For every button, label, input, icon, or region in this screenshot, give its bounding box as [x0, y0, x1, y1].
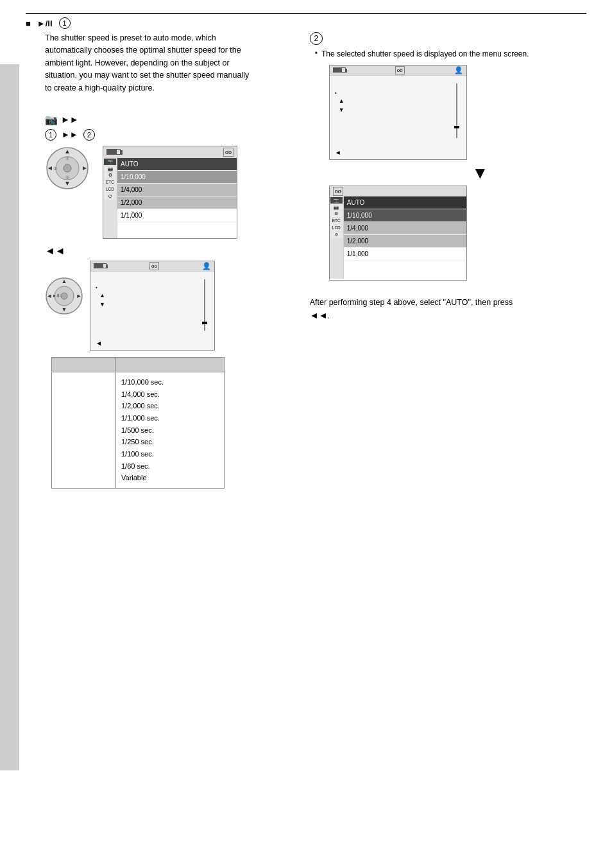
bullet-dot: • — [315, 49, 318, 60]
auto-text-label: After performing step 4 above, select "A… — [310, 298, 513, 307]
intro-text: The shutter speed is preset to auto mode… — [45, 32, 250, 94]
circle-1-left: 1 — [45, 129, 56, 141]
sidebar-item-r-timer: ⏱ — [330, 232, 343, 238]
person-icon-nav: 👤 — [202, 262, 211, 270]
auto-text-section: After performing step 4 above, select "A… — [310, 297, 528, 323]
sidebar-item-timer: ⏱ — [104, 193, 116, 200]
screen-topbar-left: oo — [103, 146, 237, 158]
right-column: 2 • The selected shutter speed is displa… — [300, 32, 586, 489]
menu-screen-right-bottom: oo 📷 📷 ⚙ ETC LCD ⏱ AUTO 1 — [329, 186, 586, 281]
sidebar-item-r-etc: ETC — [330, 218, 343, 224]
speed-8: 1/60 sec. — [121, 460, 219, 473]
menu-row-10000: 1/10,000 — [117, 171, 237, 184]
speed-5: 1/500 sec. — [121, 424, 219, 437]
slider-nav — [204, 279, 205, 338]
menu-rows-right: 📷 📷 ⚙ ETC LCD ⏱ AUTO 1/10,000 1/4,000 1/… — [330, 196, 466, 279]
screen-icon-oo-right: oo — [333, 187, 343, 196]
speed-7: 1/100 sec. — [121, 448, 219, 460]
nav-screen-right-top: oo 👤 • ▲ ▼ — [329, 65, 586, 160]
circle-1: 1 — [59, 17, 71, 29]
menu-row-r-10000: 1/10,000 — [344, 209, 466, 222]
speed-9: Variable — [121, 472, 219, 484]
menu-row-auto: AUTO — [117, 158, 237, 171]
sidebar-item-gear: ⚙ — [104, 172, 116, 178]
battery-nav — [94, 263, 106, 268]
sidebar-item-r-lcd: LCD — [330, 225, 343, 231]
screen-topbar-right: oo — [330, 186, 466, 196]
table-col2-header — [116, 358, 224, 372]
menu-content-right: AUTO 1/10,000 1/4,000 1/2,000 1/1,000 — [344, 196, 466, 279]
dbl-arrow-right: ►► — [61, 114, 79, 125]
speed-6: 1/250 sec. — [121, 436, 219, 448]
dot-indicator: • — [96, 284, 98, 290]
menu-row-4000: 1/4,000 — [117, 184, 237, 196]
speed-1: 1/10,000 sec. — [121, 376, 219, 388]
inline-back-arrow: ◄◄ — [310, 310, 328, 320]
svg-text:①: ① — [65, 156, 69, 161]
menu-screen-left: oo 📷 📷 ⚙ ETC LCD ⏱ AUTO 1 — [103, 146, 237, 239]
shutter-values: 1/10,000 sec. 1/4,000 sec. 1/2,000 sec. … — [121, 376, 219, 484]
down-arrow-big: ▼ — [374, 163, 586, 183]
left-sidebar-decoration — [0, 64, 19, 770]
top-divider — [26, 13, 586, 14]
camera-icon: 📷 — [45, 114, 58, 126]
sidebar-item-r-camera: 📷 — [330, 197, 343, 204]
table-header — [52, 358, 224, 372]
step1-header: 📷 ►► — [45, 114, 291, 126]
sidebar-item-etc: ETC — [104, 179, 116, 186]
menu-content-left: AUTO 1/10,000 1/4,000 1/2,000 1/1,000 — [117, 158, 237, 238]
svg-text:►: ► — [76, 293, 82, 299]
table-body: 1/10,000 sec. 1/4,000 sec. 1/2,000 sec. … — [52, 372, 224, 488]
table-col1-header — [52, 358, 116, 372]
menu-sidebar-right: 📷 📷 ⚙ ETC LCD ⏱ — [330, 196, 344, 279]
battery-left — [106, 149, 121, 155]
dial-left: ▲ ▼ ◄ ► ① ② ① — [45, 146, 90, 191]
speed-3: 1/2,000 sec. — [121, 400, 219, 412]
menu-row-2000: 1/2,000 — [117, 196, 237, 209]
speed-2: 1/4,000 sec. — [121, 388, 219, 401]
sidebar-item-photo: 📷 — [104, 166, 116, 172]
page: ■ ►/II 1 The shutter speed is preset to … — [0, 0, 612, 868]
sidebar-item-r-photo: 📷 — [330, 204, 343, 211]
svg-text:▼: ▼ — [62, 306, 67, 313]
dot-right-top: • — [335, 90, 337, 96]
bullet-text: The selected shutter speed is displayed … — [321, 49, 529, 60]
table-col2-body: 1/10,000 sec. 1/4,000 sec. 1/2,000 sec. … — [116, 372, 224, 488]
svg-text:①: ① — [65, 175, 69, 180]
nav-arrows-updown: ▲ ▼ — [99, 291, 105, 309]
menu-row-r-2000: 1/2,000 — [344, 235, 466, 248]
svg-text:②: ② — [53, 166, 57, 171]
person-icon-right-top: 👤 — [454, 66, 463, 74]
svg-text:◄: ◄ — [47, 164, 53, 171]
battery-right-top — [333, 67, 346, 73]
main-layout: The shutter speed is preset to auto mode… — [26, 32, 586, 489]
svg-text:▼: ▼ — [64, 180, 71, 187]
slider-right-top — [456, 83, 457, 148]
bottom-arrow-right-top: ◄ — [335, 149, 341, 156]
svg-point-12 — [61, 293, 67, 299]
svg-text:◄: ◄ — [47, 293, 53, 299]
circle-2-left: 2 — [83, 129, 95, 141]
speed-4: 1/1,000 sec. — [121, 412, 219, 424]
back-arrow-left: ◄◄ — [45, 245, 291, 257]
menu-rows-left: 📷 📷 ⚙ ETC LCD ⏱ AUTO 1/10,000 1/4,000 1/… — [103, 158, 237, 238]
menu-row-r-1000: 1/1,000 — [344, 248, 466, 261]
header-icons: ■ — [26, 19, 31, 28]
svg-text:►: ► — [81, 164, 88, 171]
screen-oo-right-top: oo — [395, 66, 405, 74]
menu-row-1000: 1/1,000 — [117, 209, 237, 222]
svg-point-2 — [64, 164, 71, 172]
camera-screen-right: oo 📷 📷 ⚙ ETC LCD ⏱ AUTO 1 — [329, 186, 467, 281]
screen-oo-nav: oo — [149, 262, 159, 270]
menu-row-r-auto: AUTO — [344, 196, 466, 209]
screen-icon-oo-left: oo — [223, 148, 234, 157]
menu-sidebar-left: 📷 📷 ⚙ ETC LCD ⏱ — [103, 158, 117, 238]
circle-2-right: 2 — [310, 32, 323, 45]
table-col1-body — [52, 372, 116, 488]
menu-row-r-4000: 1/4,000 — [344, 222, 466, 235]
nav-screen-left: oo 👤 • ▲ ▼ — [90, 261, 215, 351]
bullet-point: • The selected shutter speed is displaye… — [315, 49, 586, 60]
sidebar-item-r-gear: ⚙ — [330, 211, 343, 217]
bottom-back-arrow: ◄ — [96, 340, 102, 347]
svg-text:►/II: ►/II — [53, 293, 61, 298]
